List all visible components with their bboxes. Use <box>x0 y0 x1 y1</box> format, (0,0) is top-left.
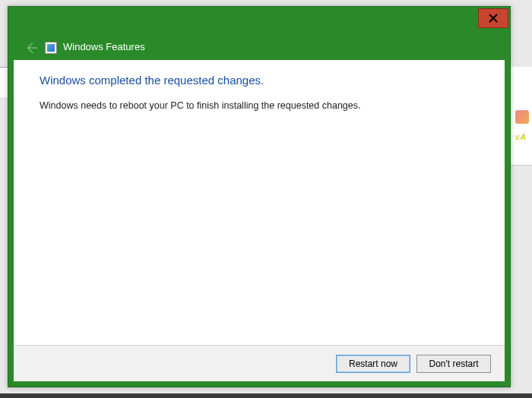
dont-restart-button[interactable]: Don't restart <box>416 355 491 373</box>
completion-heading: Windows completed the requested changes. <box>40 74 479 87</box>
titlebar: Windows Features <box>8 7 510 60</box>
background-taskbar-edge <box>0 393 532 398</box>
dialog-footer: Restart now Don't restart <box>14 345 505 381</box>
close-icon <box>489 14 498 23</box>
background-text-fragment: v.A <box>515 133 526 141</box>
reboot-message: Windows needs to reboot your PC to finis… <box>40 100 479 111</box>
windows-features-icon <box>45 42 57 54</box>
close-button[interactable] <box>478 8 508 28</box>
dialog-content: Windows completed the requested changes.… <box>14 60 505 381</box>
dialog-body: Windows completed the requested changes.… <box>14 60 505 345</box>
background-color-swatch <box>515 110 529 124</box>
back-button <box>22 39 40 57</box>
back-arrow-icon <box>24 41 38 55</box>
window-title: Windows Features <box>63 41 145 52</box>
restart-now-button[interactable]: Restart now <box>336 355 410 373</box>
windows-features-dialog: Windows Features Windows completed the r… <box>8 6 511 387</box>
